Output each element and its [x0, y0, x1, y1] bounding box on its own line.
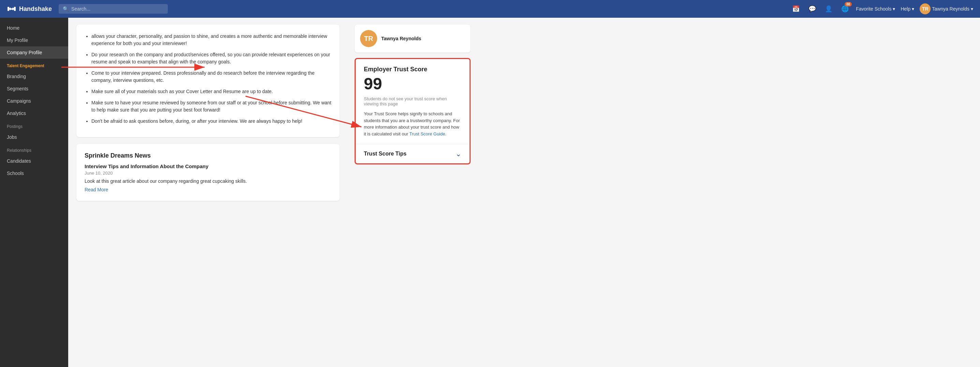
news-section-title: Sprinkle Dreams News	[84, 152, 331, 159]
news-card: Sprinkle Dreams News Interview Tips and …	[76, 144, 340, 201]
sidebar-item-candidates[interactable]: Candidates	[0, 155, 68, 167]
news-article-title: Interview Tips and Information About the…	[84, 163, 331, 169]
trust-score-note: Students do not see your trust score whe…	[364, 96, 461, 107]
messages-icon: 💬	[808, 5, 816, 13]
tips-card: allows your character, personality, and …	[76, 25, 340, 137]
sidebar-item-home[interactable]: Home	[0, 22, 68, 34]
sidebar-item-jobs[interactable]: Jobs	[0, 131, 68, 143]
calendar-icon-btn[interactable]: 📅	[791, 3, 801, 14]
sidebar-talent-engagement-section: Talent Engagement	[0, 59, 68, 70]
sidebar-relationships-section: Relationships	[0, 143, 68, 155]
sidebar: Home My Profile Company Profile Talent E…	[0, 18, 68, 367]
tip-item-4: Make sure all of your materials such as …	[91, 88, 331, 95]
sidebar-item-analytics[interactable]: Analytics	[0, 107, 68, 120]
sidebar-home-label: Home	[7, 25, 19, 31]
user-name-label: Tawnya Reynolds	[932, 6, 969, 11]
logo-text: Handshake	[19, 5, 52, 13]
tips-list: allows your character, personality, and …	[84, 33, 331, 125]
calendar-icon: 📅	[792, 5, 800, 13]
user-icon-btn[interactable]: 👤	[823, 3, 834, 14]
favorite-schools-label: Favorite Schools	[856, 6, 891, 11]
sidebar-item-branding[interactable]: Branding	[0, 70, 68, 83]
trust-score-tips-chevron-icon: ⌄	[455, 150, 461, 158]
logo[interactable]: Handshake	[7, 4, 52, 14]
trust-score-card: Employer Trust Score 99 Students do not …	[355, 58, 471, 164]
handshake-logo-icon	[7, 4, 16, 14]
app-body: Home My Profile Company Profile Talent E…	[0, 18, 980, 367]
notification-badge: 88	[845, 2, 852, 6]
favorite-schools-chevron-icon: ▾	[893, 6, 895, 11]
help-label: Help	[900, 6, 910, 11]
main-content: allows your character, personality, and …	[68, 18, 980, 367]
sidebar-item-my-profile[interactable]: My Profile	[0, 34, 68, 46]
svg-rect-1	[14, 7, 16, 11]
trust-score-tips-label: Trust Score Tips	[364, 151, 406, 157]
messages-icon-btn[interactable]: 💬	[807, 3, 818, 14]
profile-info: Tawnya Reynolds	[381, 36, 421, 41]
profile-avatar: TR	[360, 30, 377, 47]
trust-score-guide-link[interactable]: Trust Score Guide.	[409, 131, 446, 136]
svg-rect-0	[8, 7, 9, 11]
sidebar-item-schools[interactable]: Schools	[0, 167, 68, 179]
user-menu[interactable]: TR Tawnya Reynolds ▾	[920, 3, 973, 14]
sidebar-postings-section: Postings	[0, 120, 68, 131]
tip-item-5: Make sure to have your resume reviewed b…	[91, 99, 331, 113]
trust-score-upper: Employer Trust Score 99 Students do not …	[356, 59, 469, 144]
right-column: TR Tawnya Reynolds Employer Trust Score …	[348, 18, 477, 367]
trust-score-number: 99	[364, 76, 461, 92]
favorite-schools-link[interactable]: Favorite Schools ▾	[856, 6, 895, 11]
search-placeholder: Search...	[71, 6, 91, 11]
nav-right: 📅 💬 👤 🌐 88 Favorite Schools ▾ Help ▾ TR …	[791, 3, 973, 14]
sidebar-my-profile-label: My Profile	[7, 38, 28, 43]
sidebar-item-campaigns[interactable]: Campaigns	[0, 95, 68, 107]
center-column: allows your character, personality, and …	[68, 18, 348, 367]
user-chevron-icon: ▾	[971, 6, 973, 11]
trust-score-description: Your Trust Score helps signify to school…	[364, 110, 461, 137]
read-more-link[interactable]: Read More	[84, 187, 108, 192]
news-description: Look at this great article about our com…	[84, 179, 331, 184]
user-icon: 👤	[825, 5, 832, 13]
sidebar-item-segments[interactable]: Segments	[0, 83, 68, 95]
tip-item-2: Do your research on the company and prod…	[91, 51, 331, 65]
sidebar-item-company-profile[interactable]: Company Profile	[0, 46, 68, 59]
trust-score-tips-toggle[interactable]: Trust Score Tips ⌄	[356, 144, 469, 163]
tip-item-3: Come to your interview prepared. Dress p…	[91, 70, 331, 84]
trust-score-title: Employer Trust Score	[364, 66, 461, 73]
sidebar-company-profile-label: Company Profile	[7, 50, 42, 55]
search-bar[interactable]: 🔍 Search...	[59, 4, 168, 14]
news-date: June 10, 2020	[84, 171, 331, 176]
avatar: TR	[920, 3, 931, 14]
globe-icon-btn[interactable]: 🌐 88	[840, 3, 850, 14]
tip-item-1: allows your character, personality, and …	[91, 33, 331, 47]
search-icon: 🔍	[63, 6, 68, 11]
help-link[interactable]: Help ▾	[900, 6, 914, 11]
profile-name: Tawnya Reynolds	[381, 36, 421, 41]
top-nav: Handshake 🔍 Search... 📅 💬 👤 🌐 88 Favorit…	[0, 0, 980, 18]
profile-preview-card: TR Tawnya Reynolds	[355, 25, 471, 53]
tip-item-6: Don't be afraid to ask questions before,…	[91, 118, 331, 125]
help-chevron-icon: ▾	[912, 6, 914, 11]
